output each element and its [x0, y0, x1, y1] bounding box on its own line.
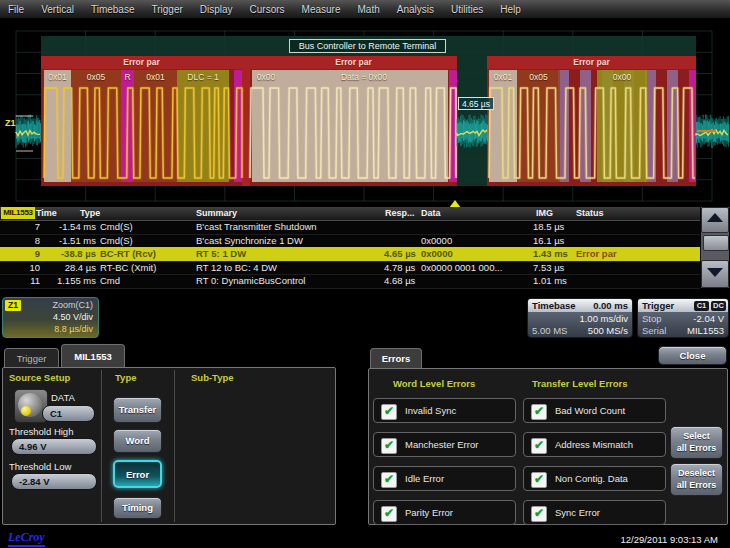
error-option-address-mismatch[interactable]: ✔Address Mismatch — [523, 432, 666, 457]
select-all-errors-button[interactable]: Selectall Errors — [670, 426, 723, 459]
column-header-time[interactable]: Time — [36, 208, 57, 218]
table-row-7[interactable]: 7-1.54 msCmd(S)B'cast Transmitter Shutdo… — [0, 220, 700, 235]
trigger-source-badge: C1 — [694, 301, 709, 311]
source-setup-title: Source Setup — [9, 372, 70, 383]
tab-errors[interactable]: Errors — [370, 348, 422, 368]
decode-field-label[interactable]: 0x01 — [489, 72, 517, 82]
protocol-badge[interactable]: MIL1553 — [1, 207, 35, 219]
table-row-11[interactable]: 111.155 msCmdRT 0: DynamicBusControl4.68… — [0, 274, 700, 289]
cell-data: 0x0000 — [421, 248, 531, 259]
decode-field-label[interactable]: Data = 0x00 — [280, 72, 448, 82]
checkbox-checked-icon[interactable]: ✔ — [381, 472, 397, 488]
menu-math[interactable]: Math — [358, 4, 380, 15]
cell-idx: 10 — [0, 262, 40, 273]
menu-trigger[interactable]: Trigger — [151, 4, 182, 15]
error-option-non-contig--data[interactable]: ✔Non Contig. Data — [523, 466, 666, 491]
transfer-title-box[interactable]: Bus Controller to Remote Terminal — [289, 39, 446, 53]
table-scrollbar[interactable] — [701, 207, 729, 288]
column-header-img[interactable]: IMG — [536, 208, 553, 218]
waveform-area: Error parError parError par 0x010x05R0x0… — [0, 19, 730, 207]
deselect-all-errors-button[interactable]: Deselectall Errors — [670, 463, 723, 496]
cell-img: 1.01 ms — [533, 275, 575, 286]
close-button[interactable]: Close — [658, 346, 727, 365]
trigger-descriptor[interactable]: Trigger C1 DC Stop -2.04 V Serial MIL155… — [637, 298, 729, 338]
decode-field-label[interactable]: 0x00 — [252, 72, 280, 82]
menu-utilities[interactable]: Utilities — [451, 4, 483, 15]
error-option-manchester-error[interactable]: ✔Manchester Error — [373, 432, 516, 457]
decode-table: MIL1553 TimeTypeSummaryResp...DataIMGSta… — [0, 207, 730, 288]
trigger-header: Trigger C1 DC — [638, 299, 728, 312]
menu-cursors[interactable]: Cursors — [250, 4, 285, 15]
checkbox-checked-icon[interactable]: ✔ — [381, 438, 397, 454]
type-button-timing[interactable]: Timing — [113, 497, 162, 519]
error-option-bad-word-count[interactable]: ✔Bad Word Count — [523, 398, 666, 423]
scroll-thumb[interactable] — [703, 235, 729, 251]
z1-trace-marker: Z1 — [5, 118, 16, 128]
decode-field-label[interactable]: 0x05 — [71, 72, 121, 82]
threshold-high-field[interactable]: 4.96 V — [11, 438, 97, 455]
error-option-label: Idle Error — [405, 473, 444, 484]
z1-horizontal-scale: 8.8 µs/div — [54, 324, 93, 334]
decode-field-label[interactable]: DLC = 1 — [177, 72, 229, 82]
checkbox-checked-icon[interactable]: ✔ — [531, 438, 547, 454]
menu-timebase[interactable]: Timebase — [91, 4, 135, 15]
error-option-label: Invalid Sync — [405, 405, 456, 416]
cell-summary: RT 12 to BC: 4 DW — [196, 262, 382, 273]
error-option-parity-error[interactable]: ✔Parity Error — [373, 500, 516, 525]
error-option-label: Bad Word Count — [555, 405, 625, 416]
table-row-10[interactable]: 1028.4 µsRT-BC (Xmit)RT 12 to BC: 4 DW4.… — [0, 261, 700, 276]
gap-time-label[interactable]: 4.65 µs — [458, 97, 494, 110]
checkbox-checked-icon[interactable]: ✔ — [381, 506, 397, 522]
cell-idx: 8 — [0, 235, 40, 246]
scroll-down-button[interactable] — [701, 260, 729, 288]
cell-time: 28.4 µs — [42, 262, 96, 273]
error-option-label: Address Mismatch — [555, 439, 633, 450]
checkbox-checked-icon[interactable]: ✔ — [531, 506, 547, 522]
column-header-data[interactable]: Data — [421, 208, 441, 218]
checkbox-checked-icon[interactable]: ✔ — [531, 404, 547, 420]
type-section-title: Type — [115, 372, 136, 383]
tab-mil1553[interactable]: MIL1553 — [61, 344, 125, 368]
menu-display[interactable]: Display — [200, 4, 233, 15]
error-option-label: Non Contig. Data — [555, 473, 628, 484]
z1-trace-descriptor[interactable]: Z1 Zoom(C1) 4.50 V/div 8.8 µs/div — [2, 297, 99, 338]
timebase-header: Timebase 0.00 ms — [528, 299, 632, 312]
tab-trigger[interactable]: Trigger — [4, 348, 59, 368]
error-option-invalid-sync[interactable]: ✔Invalid Sync — [373, 398, 516, 423]
decode-field-label[interactable]: 0x00 — [597, 72, 647, 82]
cell-idx: 9 — [0, 248, 40, 259]
cell-resp: 4.78 µs — [384, 262, 420, 273]
menu-file[interactable]: File — [8, 4, 24, 15]
error-option-idle-error[interactable]: ✔Idle Error — [373, 466, 516, 491]
table-row-9[interactable]: 9-38.8 µsBC-RT (Rcv)RT 5: 1 DW4.65 µs0x0… — [0, 247, 700, 262]
scroll-up-button[interactable] — [701, 207, 729, 233]
panel-divider — [174, 370, 175, 522]
checkbox-checked-icon[interactable]: ✔ — [381, 404, 397, 420]
threshold-low-field[interactable]: -2.84 V — [11, 473, 97, 490]
decode-field-label[interactable]: 0x05 — [517, 72, 560, 82]
menu-analysis[interactable]: Analysis — [397, 4, 434, 15]
error-option-sync-error[interactable]: ✔Sync Error — [523, 500, 666, 525]
source-field[interactable]: C1 — [42, 405, 95, 422]
column-header-type[interactable]: Type — [80, 208, 100, 218]
datetime-display: 12/29/2011 9:03:13 AM — [620, 534, 718, 545]
transfer-errors-title: Transfer Level Errors — [532, 378, 628, 389]
menu-vertical[interactable]: Vertical — [41, 4, 74, 15]
cell-type: Cmd(S) — [100, 235, 194, 246]
column-header-summary[interactable]: Summary — [196, 208, 237, 218]
menu-help[interactable]: Help — [500, 4, 521, 15]
decode-field-label[interactable]: 0x01 — [44, 72, 71, 82]
type-button-error[interactable]: Error — [113, 460, 162, 488]
menu-measure[interactable]: Measure — [302, 4, 341, 15]
timebase-descriptor[interactable]: Timebase 0.00 ms 1.00 ms/div 5.00 MS 500… — [527, 298, 633, 338]
decode-field-label[interactable]: 0x01 — [134, 72, 177, 82]
table-row-8[interactable]: 8-1.51 msCmd(S)B'cast Synchronize 1 DW0x… — [0, 234, 700, 249]
cell-time: -1.51 ms — [42, 235, 96, 246]
checkbox-checked-icon[interactable]: ✔ — [531, 472, 547, 488]
data-label: DATA — [51, 392, 75, 403]
column-header-status[interactable]: Status — [576, 208, 604, 218]
type-button-transfer[interactable]: Transfer — [113, 397, 162, 423]
type-button-word[interactable]: Word — [113, 429, 162, 453]
decode-field-label[interactable]: R — [121, 72, 134, 82]
column-header-resp[interactable]: Resp... — [385, 208, 415, 218]
